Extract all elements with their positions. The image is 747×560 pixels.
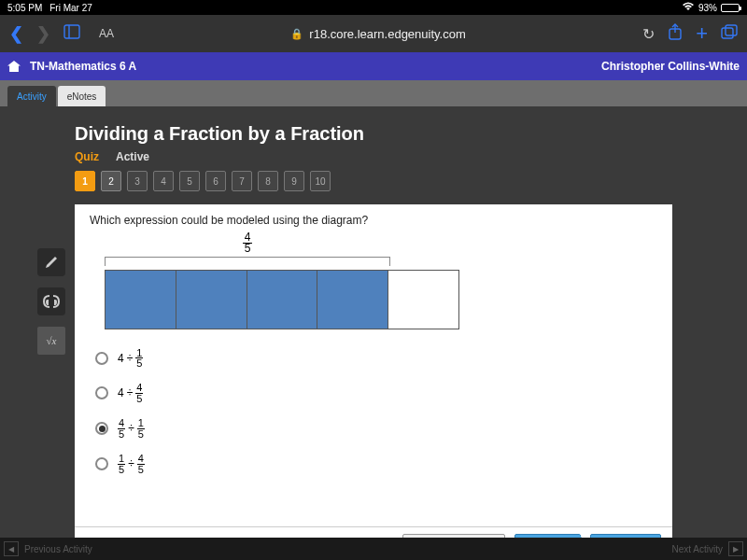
student-name: Christopher Collins-White: [601, 60, 740, 73]
forward-button[interactable]: ❯: [36, 23, 50, 44]
reload-icon[interactable]: ↻: [642, 25, 655, 43]
qnum-9[interactable]: 9: [284, 171, 304, 191]
choice-b[interactable]: 4 ÷ 45: [95, 383, 657, 403]
question-panel: Which expression could be modeled using …: [75, 204, 672, 560]
choice-a[interactable]: 4 ÷ 15: [95, 348, 657, 369]
choice-b-expr: 4 ÷ 45: [118, 383, 143, 403]
qnum-7[interactable]: 7: [232, 171, 252, 191]
lesson-title: Dividing a Fraction by a Fraction: [75, 123, 672, 145]
course-bottom-nav: ◀ Previous Activity Next Activity ▶: [0, 538, 747, 560]
status-date: Fri Mar 27: [49, 3, 92, 13]
new-tab-icon[interactable]: +: [696, 21, 708, 46]
diagram-boxes: [105, 270, 459, 329]
main-area: Dividing a Fraction by a Fraction Quiz A…: [0, 106, 747, 560]
radio-d[interactable]: [95, 457, 108, 470]
tab-enotes[interactable]: eNotes: [58, 86, 106, 106]
qnum-6[interactable]: 6: [205, 171, 226, 191]
prev-activity-arrow-icon[interactable]: ◀: [4, 541, 19, 556]
tab-activity[interactable]: Activity: [7, 86, 56, 106]
wifi-icon: [682, 2, 695, 13]
choice-c-expr: 45 ÷ 15: [118, 418, 145, 439]
diagram-box: [388, 271, 458, 329]
audio-tool-icon[interactable]: [37, 287, 65, 315]
question-prompt: Which expression could be modeled using …: [90, 214, 657, 227]
radio-a[interactable]: [95, 352, 108, 365]
status-time: 5:05 PM: [7, 3, 42, 13]
qnum-1[interactable]: 1: [75, 171, 95, 191]
next-activity-label[interactable]: Next Activity: [672, 544, 723, 554]
qnum-10[interactable]: 10: [310, 171, 331, 191]
diagram-box: [247, 271, 318, 329]
tabs-icon[interactable]: [721, 24, 738, 44]
reader-aa[interactable]: AA: [99, 27, 114, 40]
share-icon[interactable]: [668, 23, 683, 45]
pencil-tool-icon[interactable]: [37, 248, 65, 276]
course-title: TN-Mathematics 6 A: [30, 60, 136, 73]
bookmarks-icon[interactable]: [63, 24, 80, 44]
choice-c[interactable]: 45 ÷ 15: [95, 418, 657, 439]
quiz-label: Quiz: [75, 150, 99, 163]
diagram-box: [176, 271, 247, 329]
choice-d-expr: 15 ÷ 45: [118, 454, 145, 474]
battery-icon: [721, 4, 740, 12]
qnum-4[interactable]: 4: [153, 171, 174, 191]
radio-b[interactable]: [95, 386, 108, 399]
qnum-3[interactable]: 3: [127, 171, 148, 191]
choice-a-expr: 4 ÷ 15: [118, 348, 143, 369]
prev-activity-label[interactable]: Previous Activity: [24, 544, 92, 554]
url-text: r18.core.learn.edgenuity.com: [309, 27, 465, 41]
diagram-box: [106, 271, 176, 329]
svg-rect-4: [722, 28, 733, 38]
ipad-status-bar: 5:05 PM Fri Mar 27 93%: [0, 0, 747, 15]
course-header: TN-Mathematics 6 A Christopher Collins-W…: [0, 52, 747, 80]
active-label: Active: [116, 150, 149, 163]
battery-percent: 93%: [698, 3, 717, 13]
answer-choices: 4 ÷ 15 4 ÷ 45 45 ÷ 15: [95, 348, 657, 475]
browser-toolbar: ❮ ❯ AA 🔒 r18.core.learn.edgenuity.com ↻ …: [0, 15, 747, 52]
section-tabs: Activity eNotes: [0, 80, 747, 106]
qnum-8[interactable]: 8: [258, 171, 278, 191]
qnum-2[interactable]: 2: [101, 171, 121, 191]
radio-c[interactable]: [95, 422, 108, 435]
choice-d[interactable]: 15 ÷ 45: [95, 454, 657, 474]
lock-icon: 🔒: [290, 28, 303, 40]
calculator-tool-icon[interactable]: √x: [37, 327, 65, 355]
lesson-header: Dividing a Fraction by a Fraction Quiz A…: [0, 106, 747, 171]
back-button[interactable]: ❮: [9, 23, 23, 44]
qnum-5[interactable]: 5: [179, 171, 200, 191]
next-activity-arrow-icon[interactable]: ▶: [728, 541, 743, 556]
svg-rect-0: [64, 25, 79, 38]
diagram: 4 5: [90, 232, 657, 329]
svg-rect-5: [726, 25, 737, 35]
question-nav: 1 2 3 4 5 6 7 8 9 10: [0, 171, 747, 199]
diagram-frac-den: 5: [243, 243, 253, 254]
diagram-bracket: [105, 257, 390, 266]
url-bar[interactable]: 🔒 r18.core.learn.edgenuity.com: [127, 27, 629, 41]
tool-column: √x: [37, 248, 65, 355]
home-icon[interactable]: [7, 61, 21, 72]
diagram-fraction-label: 4 5: [105, 232, 390, 254]
diagram-box: [317, 271, 388, 329]
